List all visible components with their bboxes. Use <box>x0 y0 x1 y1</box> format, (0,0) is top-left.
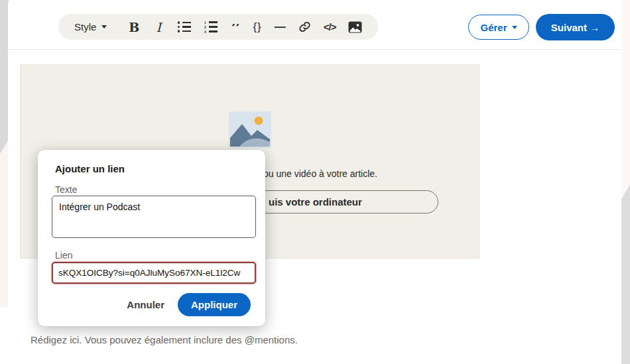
bullet-list-icon <box>178 21 192 32</box>
background-strip-right-pink <box>621 0 630 194</box>
manage-button-label: Gérer <box>480 22 507 33</box>
bullet-list-button[interactable] <box>178 21 192 32</box>
style-dropdown-label: Style <box>74 21 96 32</box>
numbered-list-icon: 1 2 3 <box>204 21 218 33</box>
text-field-label: Texte <box>55 184 77 195</box>
dialog-title: Ajouter un lien <box>55 163 125 174</box>
style-dropdown[interactable]: Style <box>74 21 107 32</box>
formatting-toolbar: Style B I 1 2 3 <box>58 14 378 40</box>
next-button[interactable]: Suivant → <box>536 14 615 40</box>
manage-dropdown-button[interactable]: Gérer <box>468 15 529 40</box>
blockquote-button[interactable]: ” <box>230 22 240 32</box>
editor-toolbar-row: Style B I 1 2 3 <box>8 3 621 50</box>
link-url-input[interactable] <box>52 262 256 284</box>
insert-link-button[interactable] <box>298 21 311 33</box>
link-chain-icon <box>298 21 311 33</box>
apply-button[interactable]: Appliquer <box>178 293 251 316</box>
link-text-input[interactable]: Intégrer un Podcast <box>52 196 256 238</box>
numbered-list-button[interactable]: 1 2 3 <box>204 21 218 33</box>
italic-button[interactable]: I <box>156 20 161 34</box>
upload-caption: ou une vidéo à votre article. <box>263 168 377 179</box>
article-body-placeholder[interactable]: Rédigez ici. Vous pouvez également inclu… <box>31 334 298 345</box>
horizontal-rule-button[interactable]: — <box>275 21 286 34</box>
chevron-down-icon <box>512 26 517 29</box>
add-link-dialog: Ajouter un lien Texte Intégrer un Podcas… <box>38 150 265 326</box>
link-field-label: Lien <box>55 250 72 261</box>
bold-button[interactable]: B <box>129 20 139 34</box>
dialog-actions: Annuler Appliquer <box>127 293 251 316</box>
image-icon <box>348 21 362 33</box>
code-block-button[interactable]: {} <box>253 21 261 34</box>
inline-code-button[interactable]: </> <box>324 21 336 32</box>
background-strip-right-gray <box>621 184 630 364</box>
cancel-button[interactable]: Annuler <box>127 299 164 310</box>
article-editor-screen: Style B I 1 2 3 <box>0 0 630 364</box>
blockquote-icon: ” <box>230 24 240 34</box>
image-placeholder-icon <box>229 111 271 148</box>
insert-image-button[interactable] <box>348 21 362 33</box>
chevron-down-icon <box>101 25 107 29</box>
